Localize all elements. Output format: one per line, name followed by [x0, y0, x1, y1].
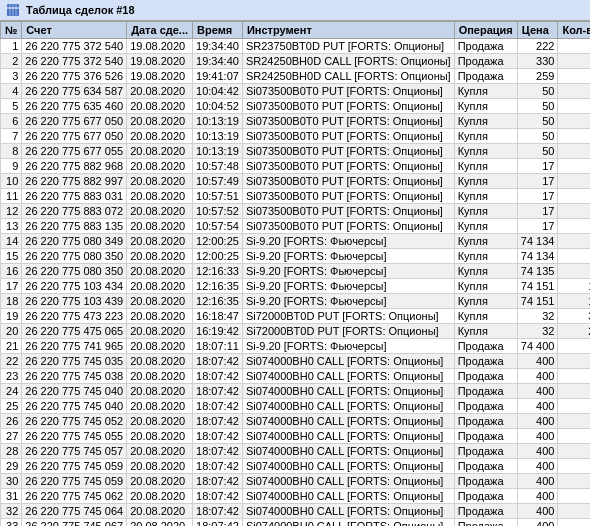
table-cell: 20.08.2020 — [127, 519, 193, 527]
table-cell: 26 220 775 745 059 — [22, 459, 127, 474]
table-cell: 17 — [1, 279, 22, 294]
table-row: 1326 220 775 883 13520.08.202010:57:54Si… — [1, 219, 591, 234]
table-cell: 9 — [558, 189, 590, 204]
table-cell: 18:07:42 — [193, 384, 243, 399]
table-cell: 2 — [558, 504, 590, 519]
table-cell: 10:57:51 — [193, 189, 243, 204]
table-cell: 26 220 775 634 587 — [22, 84, 127, 99]
table-row: 3226 220 775 745 06420.08.202018:07:42Si… — [1, 504, 591, 519]
table-row: 226 220 775 372 54019.08.202019:34:40SR2… — [1, 54, 591, 69]
table-cell: Si074000BH0 CALL [FORTS: Опционы] — [242, 459, 454, 474]
table-row: 1626 220 775 080 35020.08.202012:16:33Si… — [1, 264, 591, 279]
table-cell: 10 — [558, 279, 590, 294]
table-cell: 1 — [558, 39, 590, 54]
table-cell: Купля — [454, 99, 517, 114]
table-cell: 1 — [558, 69, 590, 84]
table-cell: 2 — [558, 474, 590, 489]
table-cell: 8 — [1, 144, 22, 159]
table-cell: 26 220 775 745 055 — [22, 429, 127, 444]
table-cell: 4 — [1, 84, 22, 99]
col-instrument: Инструмент — [242, 22, 454, 39]
table-cell: 10:13:19 — [193, 144, 243, 159]
table-cell: 7 — [1, 129, 22, 144]
table-cell: 400 — [517, 474, 558, 489]
table-cell: 20.08.2020 — [127, 114, 193, 129]
table-cell: Si074000BH0 CALL [FORTS: Опционы] — [242, 384, 454, 399]
table-cell: 400 — [517, 384, 558, 399]
table-cell: 18:07:42 — [193, 414, 243, 429]
table-row: 2326 220 775 745 03820.08.202018:07:42Si… — [1, 369, 591, 384]
table-row: 2526 220 775 745 04020.08.202018:07:42Si… — [1, 399, 591, 414]
table-cell: 50 — [517, 84, 558, 99]
table-cell: 20.08.2020 — [127, 354, 193, 369]
table-cell: 74 134 — [517, 234, 558, 249]
table-cell: 26 220 775 372 540 — [22, 54, 127, 69]
table-cell: 20.08.2020 — [127, 294, 193, 309]
table-cell: 26 220 775 103 439 — [22, 294, 127, 309]
table-cell: 400 — [517, 459, 558, 474]
table-cell: Si-9.20 [FORTS: Фьючерсы] — [242, 249, 454, 264]
table-cell: 20.08.2020 — [127, 429, 193, 444]
table-cell: 26 220 775 883 072 — [22, 204, 127, 219]
table-cell: 10:57:52 — [193, 204, 243, 219]
table-row: 2726 220 775 745 05520.08.202018:07:42Si… — [1, 429, 591, 444]
table-cell: 27 — [1, 429, 22, 444]
table-cell: Продажа — [454, 474, 517, 489]
table-cell: 20.08.2020 — [127, 324, 193, 339]
table-cell: 20.08.2020 — [127, 504, 193, 519]
table-cell: 20.08.2020 — [127, 144, 193, 159]
table-cell: Купля — [454, 174, 517, 189]
table-cell: 18 — [1, 294, 22, 309]
table-row: 126 220 775 372 54019.08.202019:34:40SR2… — [1, 39, 591, 54]
table-row: 3126 220 775 745 06220.08.202018:07:42Si… — [1, 489, 591, 504]
table-cell: 26 220 775 745 059 — [22, 474, 127, 489]
table-cell: 10:57:48 — [193, 159, 243, 174]
table-cell: 400 — [517, 429, 558, 444]
table-cell: 3 — [558, 234, 590, 249]
table-cell: Si073500B0T0 PUT [FORTS: Опционы] — [242, 114, 454, 129]
table-row: 1026 220 775 882 99720.08.202010:57:49Si… — [1, 174, 591, 189]
table-cell: Продажа — [454, 354, 517, 369]
table-cell: 1 — [558, 144, 590, 159]
table-cell: Si073500B0T0 PUT [FORTS: Опционы] — [242, 144, 454, 159]
table-cell: Продажа — [454, 489, 517, 504]
table-cell: Продажа — [454, 444, 517, 459]
table-cell: 12:00:25 — [193, 234, 243, 249]
table-cell: 1 — [1, 39, 22, 54]
table-cell: Продажа — [454, 369, 517, 384]
table-cell: Продажа — [454, 459, 517, 474]
table-cell: 33 — [1, 519, 22, 527]
table-row: 926 220 775 882 96820.08.202010:57:48Si0… — [1, 159, 591, 174]
table-cell: 19.08.2020 — [127, 69, 193, 84]
table-cell: 26 220 775 080 350 — [22, 264, 127, 279]
table-cell: 12 — [1, 204, 22, 219]
deals-table: № Счет Дата сде... Время Инструмент Опер… — [0, 21, 590, 526]
table-container: № Счет Дата сде... Время Инструмент Опер… — [0, 21, 590, 526]
table-cell: 3 — [558, 354, 590, 369]
table-cell: Si72000BT0D PUT [FORTS: Опционы] — [242, 309, 454, 324]
table-cell: 11 — [1, 189, 22, 204]
table-cell: 20.08.2020 — [127, 129, 193, 144]
table-cell: Купля — [454, 249, 517, 264]
table-cell: 25 — [1, 399, 22, 414]
table-cell: 32 — [1, 504, 22, 519]
table-cell: 22 — [1, 354, 22, 369]
table-row: 1926 220 775 473 22320.08.202016:18:47Si… — [1, 309, 591, 324]
table-cell: 12:16:35 — [193, 294, 243, 309]
table-cell: 400 — [517, 414, 558, 429]
table-cell: 26 220 775 745 067 — [22, 519, 127, 527]
table-cell: 1 — [558, 399, 590, 414]
table-cell: 400 — [517, 519, 558, 527]
table-cell: 10:57:49 — [193, 174, 243, 189]
table-cell: 10:13:19 — [193, 114, 243, 129]
table-cell: 26 220 775 745 062 — [22, 489, 127, 504]
table-cell: 1 — [558, 249, 590, 264]
table-row: 1826 220 775 103 43920.08.202012:16:35Si… — [1, 294, 591, 309]
table-row: 2026 220 775 475 06520.08.202016:19:42Si… — [1, 324, 591, 339]
table-cell: 20.08.2020 — [127, 444, 193, 459]
table-cell: 19.08.2020 — [127, 54, 193, 69]
table-cell: Купля — [454, 84, 517, 99]
table-row: 2826 220 775 745 05720.08.202018:07:42Si… — [1, 444, 591, 459]
table-cell: 18:07:42 — [193, 354, 243, 369]
table-cell: Купля — [454, 309, 517, 324]
